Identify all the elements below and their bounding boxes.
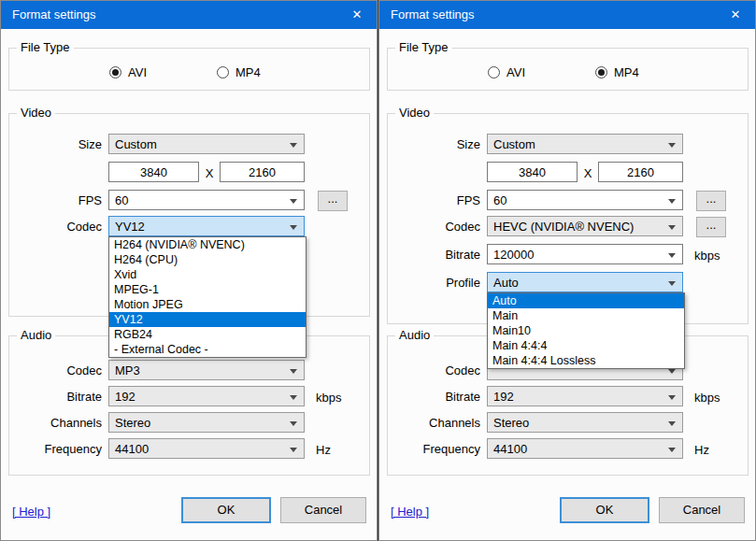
help-link[interactable]: [ Help ] bbox=[12, 505, 50, 519]
dropdown-option[interactable]: MPEG-1 bbox=[109, 282, 306, 297]
profile-dropdown-list: AutoMainMain10Main 4:4:4Main 4:4:4 Lossl… bbox=[487, 292, 685, 369]
video-codec-select[interactable]: HEVC (NVIDIA® NVENC) bbox=[487, 216, 683, 236]
audio-codec-label: Codec bbox=[379, 363, 480, 377]
video-codec-select[interactable]: YV12 bbox=[108, 216, 305, 236]
fps-label: FPS bbox=[1, 193, 102, 207]
ok-button[interactable]: OK bbox=[560, 497, 649, 523]
dropdown-option[interactable]: H264 (NVIDIA® NVENC) bbox=[109, 237, 306, 252]
radio-mp4-label: MP4 bbox=[235, 65, 261, 79]
dropdown-option[interactable]: Xvid bbox=[109, 267, 306, 282]
frequency-select[interactable]: 44100 bbox=[108, 438, 305, 459]
codec-label: Codec bbox=[1, 220, 102, 234]
size-select-value: Custom bbox=[493, 137, 535, 151]
height-input[interactable] bbox=[598, 162, 683, 182]
channels-label: Channels bbox=[379, 416, 480, 430]
fps-more-button[interactable]: ... bbox=[696, 191, 726, 211]
chevron-down-icon bbox=[668, 395, 676, 400]
height-input[interactable] bbox=[220, 162, 305, 182]
chevron-down-icon bbox=[668, 253, 676, 258]
dropdown-option[interactable]: H264 (CPU) bbox=[109, 252, 306, 267]
frequency-select-value: 44100 bbox=[115, 442, 149, 456]
dialog-title: Format settings bbox=[391, 7, 475, 21]
channels-label: Channels bbox=[1, 416, 102, 430]
chevron-down-icon bbox=[668, 369, 676, 374]
radio-mp4-label: MP4 bbox=[614, 65, 639, 79]
audio-codec-select[interactable]: MP3 bbox=[108, 360, 305, 380]
dropdown-option[interactable]: Main 4:4:4 Lossless bbox=[488, 353, 684, 368]
ok-button[interactable]: OK bbox=[181, 497, 271, 523]
frequency-select[interactable]: 44100 bbox=[487, 438, 683, 459]
radio-mp4[interactable]: MP4 bbox=[217, 65, 261, 79]
profile-select[interactable]: Auto bbox=[487, 272, 683, 292]
dropdown-option[interactable]: Motion JPEG bbox=[109, 297, 306, 312]
format-settings-dialog-avi: Format settings ✕ File Type AVI MP4 Vide… bbox=[0, 0, 378, 541]
channels-select-value: Stereo bbox=[493, 416, 529, 430]
size-label: Size bbox=[379, 137, 480, 151]
profile-select-value: Auto bbox=[493, 276, 519, 290]
fps-more-button[interactable]: ... bbox=[318, 191, 348, 211]
audio-codec-label: Codec bbox=[1, 363, 102, 377]
chevron-down-icon bbox=[668, 143, 676, 148]
file-type-group: File Type bbox=[387, 48, 749, 91]
audio-bitrate-select[interactable]: 192 bbox=[108, 386, 305, 406]
audio-bitrate-unit: kbps bbox=[694, 391, 720, 405]
chevron-down-icon bbox=[668, 225, 676, 230]
radio-avi[interactable]: AVI bbox=[109, 65, 147, 79]
size-select-value: Custom bbox=[115, 137, 157, 151]
dropdown-option[interactable]: RGB24 bbox=[109, 327, 306, 342]
width-input[interactable] bbox=[108, 162, 199, 182]
radio-avi[interactable]: AVI bbox=[488, 65, 525, 79]
video-bitrate-select[interactable]: 120000 bbox=[487, 244, 683, 264]
titlebar[interactable]: Format settings ✕ bbox=[379, 1, 755, 29]
audio-bitrate-select[interactable]: 192 bbox=[487, 386, 683, 406]
chevron-down-icon bbox=[668, 281, 676, 286]
dropdown-option[interactable]: YV12 bbox=[109, 312, 306, 327]
dropdown-option[interactable]: - External Codec - bbox=[109, 342, 306, 357]
dropdown-option[interactable]: Auto bbox=[488, 293, 684, 308]
fps-select[interactable]: 60 bbox=[108, 190, 305, 210]
dropdown-option[interactable]: Main bbox=[488, 308, 684, 323]
chevron-down-icon bbox=[290, 143, 297, 148]
cancel-button[interactable]: Cancel bbox=[280, 497, 366, 523]
radio-icon bbox=[109, 66, 121, 78]
file-type-group: File Type bbox=[8, 48, 370, 91]
channels-select[interactable]: Stereo bbox=[487, 412, 683, 433]
close-button[interactable]: ✕ bbox=[337, 1, 377, 29]
frequency-label: Frequency bbox=[379, 442, 480, 456]
frequency-unit: Hz bbox=[694, 443, 709, 457]
video-bitrate-unit: kbps bbox=[694, 249, 720, 263]
help-link[interactable]: [ Help ] bbox=[391, 505, 429, 519]
titlebar[interactable]: Format settings ✕ bbox=[1, 1, 377, 29]
radio-mp4[interactable]: MP4 bbox=[595, 65, 639, 79]
chevron-down-icon bbox=[290, 395, 297, 400]
fps-select[interactable]: 60 bbox=[487, 190, 683, 210]
audio-group-label: Audio bbox=[17, 328, 55, 342]
video-group-label: Video bbox=[17, 106, 55, 120]
dropdown-option[interactable]: Main10 bbox=[488, 323, 684, 338]
video-bitrate-label: Bitrate bbox=[379, 248, 480, 262]
size-label: Size bbox=[1, 137, 102, 151]
chevron-down-icon bbox=[290, 225, 297, 230]
close-button[interactable]: ✕ bbox=[716, 1, 755, 29]
chevron-down-icon bbox=[290, 448, 297, 452]
cancel-button[interactable]: Cancel bbox=[659, 497, 745, 523]
width-input[interactable] bbox=[487, 162, 578, 182]
codec-more-button[interactable]: ... bbox=[696, 217, 726, 237]
chevron-down-icon bbox=[290, 199, 297, 204]
codec-label: Codec bbox=[379, 220, 480, 234]
fps-select-value: 60 bbox=[115, 193, 128, 207]
size-select[interactable]: Custom bbox=[487, 134, 683, 154]
close-icon: ✕ bbox=[731, 7, 741, 21]
radio-icon bbox=[595, 66, 607, 78]
format-settings-dialog-mp4: Format settings ✕ File Type AVI MP4 Vide… bbox=[378, 0, 756, 541]
fps-select-value: 60 bbox=[493, 193, 506, 207]
dropdown-option[interactable]: Main 4:4:4 bbox=[488, 338, 684, 353]
video-codec-select-value: HEVC (NVIDIA® NVENC) bbox=[493, 220, 634, 234]
chevron-down-icon bbox=[668, 199, 676, 204]
video-group-label: Video bbox=[395, 106, 434, 120]
channels-select[interactable]: Stereo bbox=[108, 412, 305, 433]
fps-label: FPS bbox=[379, 193, 480, 207]
audio-codec-select-value: MP3 bbox=[115, 363, 140, 377]
size-select[interactable]: Custom bbox=[108, 134, 305, 154]
chevron-down-icon bbox=[290, 421, 297, 426]
